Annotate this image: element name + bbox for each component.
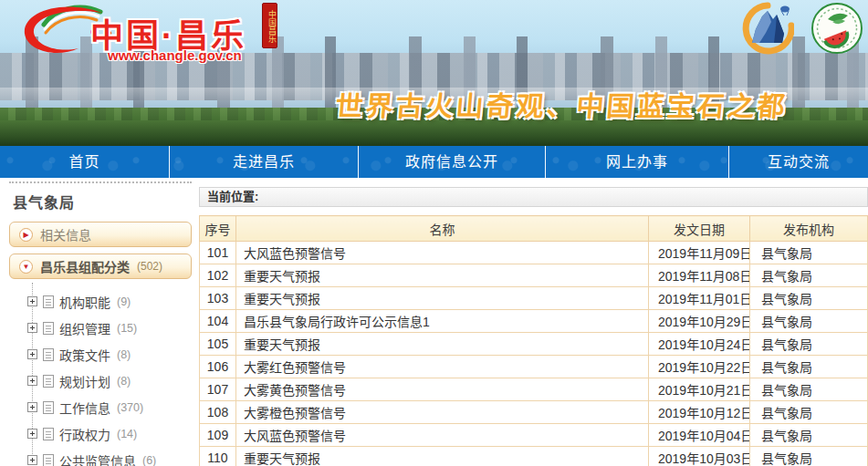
document-title-link[interactable]: 大风蓝色预警信号 (236, 242, 649, 264)
row-number: 108 (200, 401, 236, 424)
publish-org: 县气象局 (750, 310, 868, 333)
category-group-button[interactable]: ▼ 昌乐县组配分类 (502) (9, 254, 192, 279)
document-title-link[interactable]: 大雾黄色预警信号 (236, 378, 649, 401)
nav-item[interactable]: 网上办事 (546, 146, 729, 178)
table-row: 108 大雾橙色预警信号 2019年10月12日 县气象局 (200, 401, 868, 424)
expand-plus-icon[interactable] (27, 402, 37, 412)
related-info-button[interactable]: ▶ 相关信息 (9, 222, 192, 247)
tree-item-label: 公共监管信息 (59, 451, 136, 466)
document-title-link[interactable]: 重要天气预报 (236, 333, 649, 356)
document-icon (43, 375, 54, 388)
tree-item[interactable]: 工作信息 (370) (27, 394, 199, 420)
tree-item-label: 组织管理 (59, 319, 110, 337)
document-title-link[interactable]: 重要天气预报 (236, 287, 649, 310)
document-icon (43, 401, 54, 414)
publish-date: 2019年10月03日 (649, 447, 750, 466)
tree-item-count: (8) (117, 375, 131, 388)
document-title-link[interactable]: 大雾红色预警信号 (236, 356, 649, 378)
tree-item-label: 工作信息 (59, 399, 110, 417)
expand-plus-icon[interactable] (27, 429, 37, 439)
document-table: 序号 名称 发文日期 发布机构 101 大风蓝色预警信号 2019年11月09日… (199, 215, 868, 466)
document-icon (43, 322, 54, 335)
document-title-link[interactable]: 昌乐县气象局行政许可公示信息1 (236, 310, 649, 333)
tree-item-count: (370) (117, 401, 143, 414)
page: 中国·昌乐 www.changle.gov.cn 中国昌乐 (0, 0, 868, 466)
circle-arrow-right-icon: ▶ (19, 228, 33, 242)
category-tree: 机构职能 (9) 组织管理 (15) 政策文件 (8 (27, 288, 199, 466)
main-nav: 首页 走进昌乐 政府信息公开 网上办事 互动交流 (0, 146, 868, 178)
table-row: 107 大雾黄色预警信号 2019年10月21日 县气象局 (200, 378, 868, 401)
publish-org: 县气象局 (750, 447, 868, 466)
related-info-label: 相关信息 (40, 225, 91, 243)
table-header-row: 序号 名称 发文日期 发布机构 (200, 216, 868, 242)
publish-date: 2019年10月24日 (649, 333, 750, 356)
sidebar-dotted-divider (9, 181, 192, 183)
tree-item-count: (15) (117, 322, 137, 335)
publish-date: 2019年10月21日 (649, 378, 750, 401)
sidebar: 县气象局 ▶ 相关信息 ▼ 昌乐县组配分类 (502) 机构职能 (9) (0, 178, 199, 466)
publish-date: 2019年10月22日 (649, 356, 750, 378)
col-header-no: 序号 (200, 216, 236, 242)
nav-item[interactable]: 政府信息公开 (359, 146, 546, 178)
red-seal-stamp-icon: 中国昌乐 (262, 3, 277, 48)
document-icon (43, 454, 54, 466)
sidebar-department-title: 县气象局 (13, 191, 199, 212)
table-row: 103 重要天气预报 2019年11月01日 县气象局 (200, 287, 868, 310)
tree-item-count: (14) (117, 428, 137, 440)
table-row: 110 重要天气预报 2019年10月03日 县气象局 (200, 447, 868, 466)
city-slogan: 世界古火山奇观、中国蓝宝石之都 (334, 84, 790, 124)
row-number: 107 (200, 378, 236, 401)
publish-org: 县气象局 (750, 401, 868, 424)
site-url: www.changle.gov.cn (108, 47, 242, 63)
row-number: 109 (200, 424, 236, 447)
tree-item[interactable]: 行政权力 (14) (27, 420, 199, 447)
nav-item[interactable]: 首页 (0, 146, 170, 178)
col-header-name: 名称 (236, 216, 649, 242)
publish-org: 县气象局 (750, 378, 868, 401)
row-number: 103 (200, 287, 236, 310)
tree-item-label: 机构职能 (59, 293, 110, 311)
expand-plus-icon[interactable] (27, 349, 37, 359)
expand-plus-icon[interactable] (27, 455, 37, 465)
nav-item[interactable]: 走进昌乐 (170, 146, 359, 178)
circle-arrow-down-icon: ▼ (19, 260, 33, 274)
document-icon (43, 348, 54, 361)
expand-plus-icon[interactable] (27, 296, 37, 306)
tree-item-label: 行政权力 (59, 425, 110, 443)
tree-item[interactable]: 组织管理 (15) (27, 315, 199, 341)
expand-plus-icon[interactable] (27, 376, 37, 386)
nav-item[interactable]: 互动交流 (729, 146, 868, 178)
row-number: 105 (200, 333, 236, 356)
row-number: 110 (200, 447, 236, 466)
publish-org: 县气象局 (750, 333, 868, 356)
document-title-link[interactable]: 大雾橙色预警信号 (236, 401, 649, 424)
tree-item[interactable]: 机构职能 (9) (27, 288, 199, 315)
publish-date: 2019年11月09日 (649, 242, 750, 264)
document-title-link[interactable]: 重要天气预报 (236, 447, 649, 466)
publish-date: 2019年10月12日 (649, 401, 750, 424)
tree-item[interactable]: 公共监管信息 (6) (27, 447, 199, 466)
breadcrumb: 当前位置: (199, 187, 868, 207)
tree-item-count: (9) (117, 295, 131, 308)
publish-org: 县气象局 (750, 424, 868, 447)
document-title-link[interactable]: 重要天气预报 (236, 264, 649, 287)
col-header-org: 发布机构 (750, 216, 868, 242)
table-row: 109 大风蓝色预警信号 2019年10月04日 县气象局 (200, 424, 868, 447)
category-group-count: (502) (137, 260, 162, 273)
expand-plus-icon[interactable] (27, 323, 37, 333)
table-row: 101 大风蓝色预警信号 2019年11月09日 县气象局 (200, 242, 868, 264)
row-number: 104 (200, 310, 236, 333)
publish-date: 2019年11月08日 (649, 264, 750, 287)
document-title-link[interactable]: 大风蓝色预警信号 (236, 424, 649, 447)
tree-item[interactable]: 规划计划 (8) (27, 368, 199, 394)
publish-date: 2019年10月04日 (649, 424, 750, 447)
tree-item-label: 政策文件 (59, 346, 110, 364)
watermelon-seal-emblem-icon (810, 2, 863, 58)
row-number: 106 (200, 356, 236, 378)
tree-item-count: (6) (142, 454, 156, 466)
table-row: 104 昌乐县气象局行政许可公示信息1 2019年10月29日 县气象局 (200, 310, 868, 333)
tree-item[interactable]: 政策文件 (8) (27, 341, 199, 368)
publish-date: 2019年10月29日 (649, 310, 750, 333)
tree-item-count: (8) (117, 348, 131, 361)
main-content: 当前位置: 序号 名称 发文日期 发布机构 (199, 178, 868, 466)
